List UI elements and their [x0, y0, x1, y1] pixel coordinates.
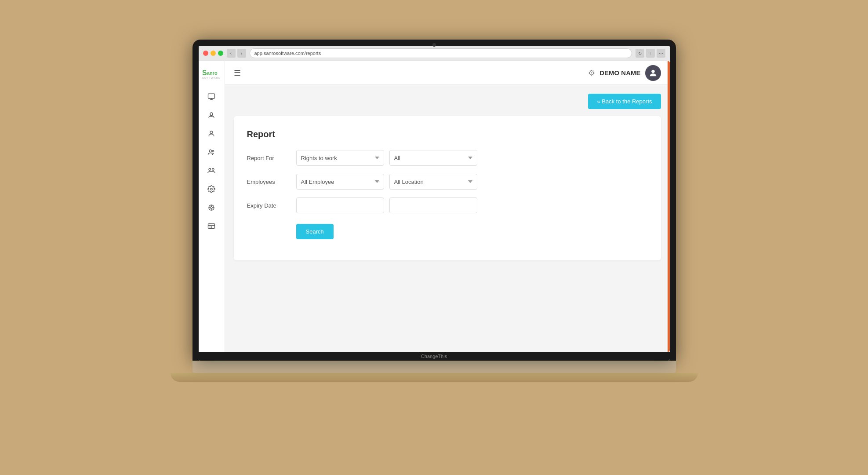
employees-row: Employees All Employee Employee 1 All Lo… [247, 174, 648, 190]
expiry-date-input-1[interactable] [296, 197, 384, 213]
sidebar-item-person[interactable] [203, 125, 220, 142]
employees-label: Employees [247, 179, 291, 185]
svg-point-6 [209, 150, 211, 152]
sidebar: S anro SOFTWARE [199, 61, 225, 352]
employees-fields: All Employee Employee 1 All Location Loc… [296, 174, 648, 190]
close-button[interactable] [203, 51, 208, 56]
bottom-text: ChangeThis [421, 354, 447, 359]
report-for-label: Report For [247, 155, 291, 161]
back-btn-row: « Back to the Reports [234, 94, 661, 109]
svg-point-8 [209, 168, 211, 171]
sidebar-item-candidate[interactable] [203, 144, 220, 161]
camera [432, 43, 436, 47]
svg-point-3 [210, 113, 213, 115]
more-button[interactable]: ⋯ [657, 49, 665, 58]
report-for-select[interactable]: Rights to work All Employee [296, 150, 384, 166]
laptop-shell: ‹ › app.sanrosoftware.com/reports ↻ ↑ ⋯ [188, 40, 680, 435]
search-row: Search [296, 221, 648, 239]
page-content: « Back to the Reports Report Report For [225, 85, 670, 352]
expiry-date-row: Expiry Date [247, 197, 648, 213]
screen-bezel: ‹ › app.sanrosoftware.com/reports ↻ ↑ ⋯ [192, 40, 676, 361]
minimize-button[interactable] [211, 51, 216, 56]
sidebar-item-employee[interactable] [203, 107, 220, 124]
browser-chrome: ‹ › app.sanrosoftware.com/reports ↻ ↑ ⋯ [199, 46, 670, 61]
back-nav-button[interactable]: ‹ [227, 49, 236, 58]
reload-button[interactable]: ↻ [636, 49, 644, 58]
header-right: ⚙ DEMO NAME [588, 65, 661, 81]
sidebar-item-settings[interactable] [203, 181, 220, 197]
svg-point-12 [211, 207, 213, 209]
sidebar-item-badge[interactable] [203, 199, 220, 216]
hamburger-button[interactable]: ☰ [234, 68, 241, 78]
employee-select[interactable]: All Employee Employee 1 [296, 174, 384, 190]
expiry-date-input-2[interactable] [389, 197, 477, 213]
share-button[interactable]: ↑ [646, 49, 655, 58]
report-for-row: Report For Rights to work All Employee A… [247, 150, 648, 166]
back-to-reports-button[interactable]: « Back to the Reports [588, 94, 661, 109]
traffic-lights [203, 51, 223, 56]
laptop-screen: ‹ › app.sanrosoftware.com/reports ↻ ↑ ⋯ [199, 46, 670, 361]
svg-point-16 [211, 227, 212, 228]
address-text: app.sanrosoftware.com/reports [254, 51, 321, 56]
scroll-accent [668, 61, 670, 352]
svg-point-9 [212, 168, 214, 171]
expiry-date-fields [296, 197, 648, 213]
sidebar-item-card[interactable] [203, 218, 220, 234]
address-bar[interactable]: app.sanrosoftware.com/reports [250, 48, 632, 58]
svg-point-17 [651, 69, 654, 73]
laptop-base [192, 361, 676, 373]
search-button[interactable]: Search [296, 224, 334, 239]
logo-sub: SOFTWARE [202, 77, 221, 79]
logo-text: anro [207, 71, 218, 76]
svg-rect-0 [208, 94, 215, 99]
report-card: Report Report For Rights to work All Emp… [234, 116, 661, 260]
report-title: Report [247, 129, 648, 139]
bottom-bar: ChangeThis [199, 352, 670, 361]
report-for-fields: Rights to work All Employee All Option 2 [296, 150, 648, 166]
expiry-date-label: Expiry Date [247, 202, 291, 209]
top-header: ☰ ⚙ DEMO NAME [225, 61, 670, 85]
svg-point-10 [211, 188, 213, 190]
app-screen: S anro SOFTWARE [199, 61, 670, 352]
laptop-bottom [171, 373, 698, 382]
browser-nav: ‹ › [227, 49, 246, 58]
avatar[interactable] [645, 65, 661, 81]
forward-nav-button[interactable]: › [237, 49, 246, 58]
browser-actions: ↻ ↑ ⋯ [636, 49, 665, 58]
svg-point-5 [210, 131, 213, 134]
location-select[interactable]: All Location Location 1 [389, 174, 477, 190]
sidebar-item-monitor[interactable] [203, 88, 220, 105]
user-name-label: DEMO NAME [599, 69, 640, 77]
settings-icon[interactable]: ⚙ [588, 68, 595, 78]
main-content: ☰ ⚙ DEMO NAME [225, 61, 670, 352]
app-container: S anro SOFTWARE [199, 61, 670, 352]
maximize-button[interactable] [218, 51, 223, 56]
logo: S anro SOFTWARE [201, 66, 222, 83]
svg-point-7 [212, 150, 214, 152]
svg-rect-4 [211, 116, 213, 117]
sidebar-item-team[interactable] [203, 162, 220, 179]
all-select[interactable]: All Option 2 [389, 150, 477, 166]
